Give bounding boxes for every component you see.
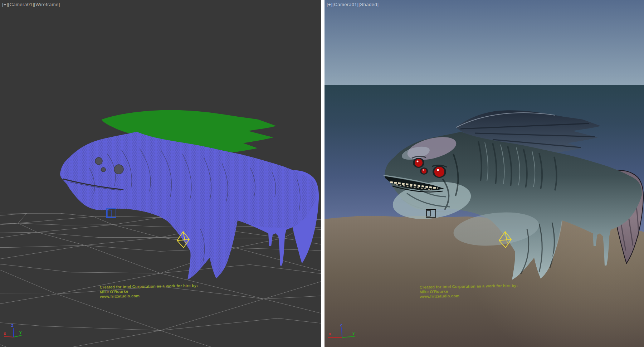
viewport-label[interactable]: [+][Camera01][Wireframe] — [2, 2, 60, 7]
axis-x-label: X — [4, 332, 6, 336]
viewport-divider[interactable] — [321, 0, 325, 347]
fish-eye-red — [434, 167, 444, 177]
viewport-shaded[interactable]: X Y Z [+][Camera01][Shaded] Created for … — [325, 0, 644, 347]
axis-x-label: X — [329, 332, 331, 336]
helper-box-blue[interactable] — [107, 209, 116, 218]
fish-wire-stipple — [60, 132, 317, 280]
fish-eye — [101, 167, 106, 172]
scene-attribution-text: Created for Intel Corporation as a work … — [420, 283, 518, 299]
axis-y-label: Y — [19, 331, 22, 335]
viewport-wireframe[interactable]: X Y Z [+][Camera01][Wireframe] Created f… — [0, 0, 321, 347]
fish-eye-red — [421, 169, 426, 174]
axis-z-label: Z — [340, 324, 342, 327]
viewport-label[interactable]: [+][Camera01][Shaded] — [327, 2, 379, 7]
fish-eye-red — [415, 159, 423, 167]
fish-eye — [95, 157, 102, 165]
axis-z-label: Z — [11, 324, 14, 327]
world-axis-tripod: X Y Z — [4, 324, 22, 337]
scene-attribution-text: Created for Intel Corporation as a work … — [100, 283, 198, 299]
axis-y-label: Y — [352, 332, 355, 336]
fish-model-wireframe[interactable] — [60, 132, 319, 280]
fish-eye — [114, 165, 123, 174]
max-dual-viewport: X Y Z [+][Camera01][Wireframe] Created f… — [0, 0, 644, 350]
sky-background — [325, 0, 644, 85]
